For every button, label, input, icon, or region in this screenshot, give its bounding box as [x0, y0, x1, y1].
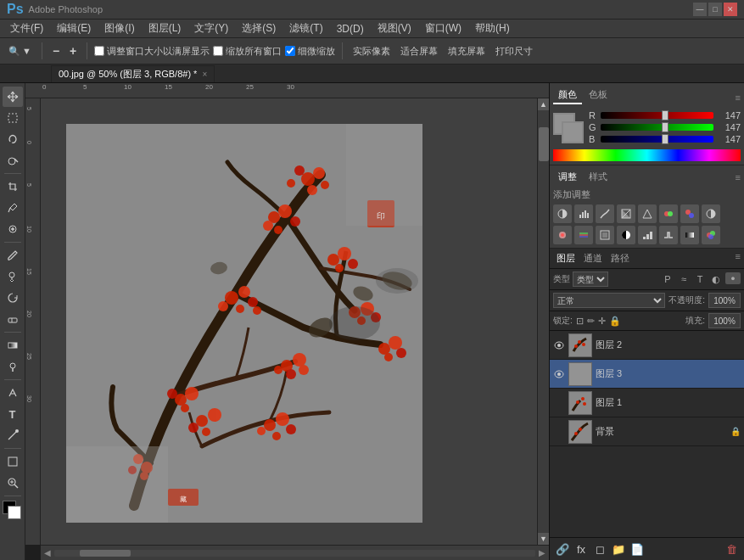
pen-tool[interactable]	[3, 383, 23, 403]
zoom-in-button[interactable]: +	[66, 42, 80, 59]
green-slider[interactable]	[601, 124, 713, 131]
color-spectrum[interactable]	[553, 149, 741, 161]
h-scroll-track[interactable]	[54, 550, 535, 557]
layer-row-bg[interactable]: 背景 🔒	[550, 417, 744, 446]
color-lookup-icon[interactable]	[596, 226, 614, 244]
lock-position-icon[interactable]: ✛	[598, 316, 606, 327]
background-color-swatch[interactable]	[562, 121, 584, 143]
clone-stamp-tool[interactable]	[3, 266, 23, 287]
filter-smart-icon[interactable]: ◐	[709, 272, 723, 286]
scroll-up-button[interactable]: ▲	[538, 98, 549, 110]
exposure-icon[interactable]	[617, 204, 635, 223]
menu-type[interactable]: 文字(Y)	[187, 20, 235, 37]
menu-image[interactable]: 图像(I)	[98, 20, 141, 37]
layer-1-visibility[interactable]	[553, 397, 565, 409]
tab-paths[interactable]: 路径	[607, 251, 633, 266]
filter-adjustment-icon[interactable]: ≈	[677, 272, 691, 286]
right-scroll-arrow[interactable]: ▶	[539, 548, 545, 557]
menu-3d[interactable]: 3D(D)	[330, 20, 371, 37]
menu-file[interactable]: 文件(F)	[3, 20, 50, 37]
filter-toggle-icon[interactable]: ●	[725, 272, 741, 284]
crop-tool[interactable]	[3, 176, 23, 197]
color-balance-icon[interactable]	[680, 204, 699, 223]
brightness-contrast-icon[interactable]	[553, 204, 572, 223]
document-tab[interactable]: 00.jpg @ 50% (图层 3, RGB/8#) * ×	[51, 65, 215, 82]
red-slider[interactable]	[601, 112, 713, 119]
filter-type-select[interactable]: 类型	[573, 272, 608, 287]
minimize-button[interactable]: —	[693, 3, 707, 16]
path-select-tool[interactable]	[3, 425, 23, 445]
add-style-button[interactable]: fx	[573, 541, 589, 557]
zoom-picker[interactable]: 🔍 ▼	[5, 44, 35, 59]
add-mask-button[interactable]: ◻	[592, 541, 607, 557]
layer-row-2[interactable]: 图层 2	[550, 331, 744, 360]
lasso-tool[interactable]	[3, 129, 23, 149]
levels-icon[interactable]	[574, 204, 593, 223]
color-swatches[interactable]	[553, 113, 584, 143]
vibrance-icon[interactable]	[638, 204, 657, 223]
close-button[interactable]: ✕	[724, 3, 737, 16]
curves-icon[interactable]	[596, 204, 614, 223]
menu-layer[interactable]: 图层(L)	[142, 20, 188, 37]
marquee-tool[interactable]	[3, 108, 23, 128]
dodge-tool[interactable]	[3, 356, 23, 377]
left-scroll-arrow[interactable]: ◀	[44, 548, 51, 557]
fit-screen-button[interactable]: 适合屏幕	[397, 43, 441, 59]
adj-panel-menu[interactable]: ≡	[736, 172, 741, 182]
layer-row-1[interactable]: 图层 1	[550, 389, 744, 417]
type-tool[interactable]: T	[3, 404, 23, 424]
scrubby-checkbox[interactable]	[285, 46, 295, 56]
new-layer-button[interactable]: 📄	[629, 541, 645, 557]
filter-pixel-icon[interactable]: P	[661, 272, 674, 286]
maximize-button[interactable]: □	[708, 3, 722, 16]
photo-filter-icon[interactable]	[553, 226, 572, 244]
healing-tool[interactable]	[3, 219, 23, 239]
zoom-tool[interactable]	[3, 473, 23, 493]
tab-color[interactable]: 颜色	[553, 87, 582, 104]
document-canvas[interactable]: 印 藏	[66, 124, 422, 523]
fill-input[interactable]	[708, 313, 741, 328]
fill-screen-button[interactable]: 填充屏幕	[445, 43, 489, 59]
background-visibility[interactable]	[553, 426, 565, 438]
tab-swatches[interactable]: 色板	[584, 87, 613, 104]
menu-select[interactable]: 选择(S)	[235, 20, 282, 37]
menu-help[interactable]: 帮助(H)	[468, 20, 517, 37]
history-brush-tool[interactable]	[3, 288, 23, 308]
invert-icon[interactable]	[617, 226, 635, 244]
scroll-track[interactable]	[538, 110, 549, 533]
scroll-thumb[interactable]	[539, 127, 549, 161]
tab-close-button[interactable]: ×	[202, 70, 207, 79]
move-tool[interactable]	[3, 87, 23, 107]
actual-pixels-button[interactable]: 实际像素	[350, 43, 394, 59]
color-swatch-area[interactable]	[3, 501, 23, 519]
window-controls[interactable]: — □ ✕	[693, 3, 737, 16]
layer-2-visibility[interactable]	[553, 339, 565, 351]
horizontal-scrollbar[interactable]: ◀ ▶	[41, 545, 549, 560]
background-color[interactable]	[8, 506, 21, 519]
blend-mode-select[interactable]: 正常	[553, 293, 665, 308]
zoom-out-button[interactable]: −	[49, 42, 63, 59]
brush-tool[interactable]	[3, 245, 23, 266]
menu-window[interactable]: 窗口(W)	[418, 20, 468, 37]
posterize-icon[interactable]	[638, 226, 657, 244]
delete-layer-button[interactable]: 🗑	[724, 541, 739, 557]
vertical-scrollbar[interactable]: ▲ ▼	[537, 98, 549, 545]
filter-type-icon2[interactable]: T	[693, 272, 707, 286]
tab-layers[interactable]: 图层	[553, 251, 579, 266]
print-size-button[interactable]: 打印尺寸	[492, 43, 536, 59]
hue-saturation-icon[interactable]	[659, 204, 678, 223]
selective-color-icon[interactable]	[702, 226, 720, 244]
channel-mixer-icon[interactable]	[574, 226, 593, 244]
threshold-icon[interactable]	[659, 226, 678, 244]
blue-slider[interactable]	[601, 136, 713, 143]
color-panel-menu[interactable]: ≡	[736, 92, 741, 103]
bw-icon[interactable]	[702, 204, 720, 223]
quick-select-tool[interactable]	[3, 150, 23, 171]
layer-3-visibility[interactable]	[553, 368, 565, 380]
opacity-input[interactable]	[708, 293, 741, 308]
fit-window-checkbox[interactable]	[94, 46, 104, 56]
shape-tool[interactable]	[3, 451, 23, 472]
gradient-map-icon[interactable]	[680, 226, 699, 244]
lock-all-icon[interactable]: 🔒	[609, 316, 621, 327]
link-layers-button[interactable]: 🔗	[555, 541, 570, 557]
